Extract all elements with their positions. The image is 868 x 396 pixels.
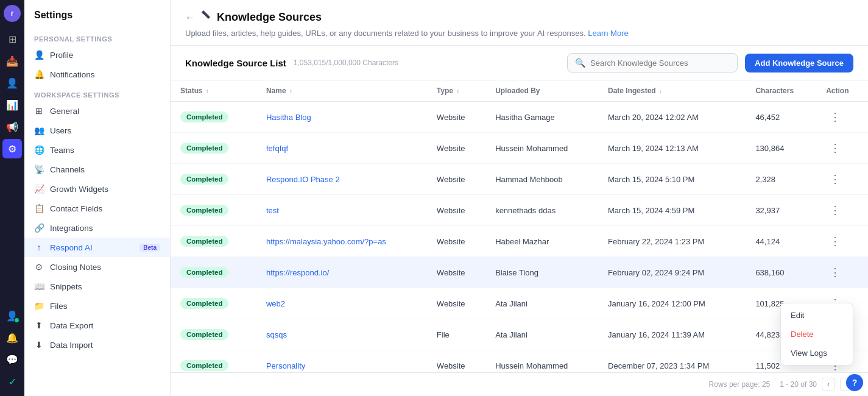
sidebar-item-notifications[interactable]: 🔔 Notifications <box>24 65 170 84</box>
sidebar-item-users-label: Users <box>50 126 71 135</box>
row-action-button[interactable]: ⋮ <box>826 109 844 125</box>
sidebar-item-teams[interactable]: 🌐 Teams <box>24 140 170 160</box>
cell-uploaded-by: Blaise Tiong <box>485 257 598 288</box>
cell-date-ingested: February 02, 2024 9:24 PM <box>598 257 746 288</box>
sidebar-item-general[interactable]: ⊞ General <box>24 101 170 121</box>
cell-name: sqsqs <box>256 319 427 350</box>
icon-inbox[interactable]: 📥 <box>2 51 22 71</box>
knowledge-source-link[interactable]: sqsqs <box>266 330 287 339</box>
icon-check[interactable]: ✓ <box>2 372 22 391</box>
col-characters: Characters <box>746 80 816 102</box>
sidebar-item-closing-notes[interactable]: ⊙ Closing Notes <box>24 257 170 277</box>
help-button[interactable]: ? <box>846 374 863 391</box>
cell-status: Completed <box>171 102 256 133</box>
col-type: Type ↕ <box>427 80 485 102</box>
knowledge-source-link[interactable]: Hasitha Blog <box>266 113 311 122</box>
row-action-button[interactable]: ⋮ <box>826 140 844 156</box>
knowledge-source-link[interactable]: https://malaysia.yahoo.com/?p=as <box>266 237 386 246</box>
sidebar-item-snippets[interactable]: 📖 Snippets <box>24 277 170 296</box>
icon-reports[interactable]: 📊 <box>2 95 22 115</box>
cell-date-ingested: January 16, 2024 12:00 PM <box>598 288 746 319</box>
icon-notifications-bell[interactable]: 🔔 <box>2 328 22 347</box>
knowledge-source-link[interactable]: fefqfqf <box>266 144 288 153</box>
list-title: Knowledge Source List <box>185 58 286 68</box>
cell-date-ingested: March 19, 2024 12:13 AM <box>598 133 746 164</box>
sort-status-icon[interactable]: ↕ <box>206 88 209 94</box>
table-row: Completed test Website kennethads ddas M… <box>171 195 868 226</box>
respond-ai-badge: Beta <box>139 244 160 252</box>
col-name: Name ↕ <box>256 80 427 102</box>
table-row: Completed sqsqs File Ata Jilani January … <box>171 319 868 350</box>
sidebar-item-channels-label: Channels <box>50 165 85 174</box>
learn-more-link[interactable]: Learn More <box>588 29 628 38</box>
sidebar-item-data-export[interactable]: ⬆ Data Export <box>24 316 170 335</box>
back-button[interactable]: ← <box>185 12 195 23</box>
cell-status: Completed <box>171 288 256 319</box>
row-action-button[interactable]: ⋮ <box>826 202 844 218</box>
status-badge: Completed <box>180 267 228 278</box>
row-action-button[interactable]: ⋮ <box>826 264 844 280</box>
sidebar-item-files[interactable]: 📁 Files <box>24 296 170 316</box>
sidebar-item-respond-ai[interactable]: ↑ Respond AI Beta <box>24 238 170 257</box>
sidebar-item-users[interactable]: 👥 Users <box>24 121 170 140</box>
search-box: 🔍 <box>567 53 738 72</box>
cell-status: Completed <box>171 195 256 226</box>
cell-uploaded-by: Hussein Mohammed <box>485 350 598 373</box>
knowledge-source-link[interactable]: https://respond.io/ <box>266 268 329 277</box>
context-menu-view-logs[interactable]: View Logs <box>781 344 853 362</box>
status-badge: Completed <box>180 329 228 340</box>
cell-action: ⋮ <box>816 164 868 195</box>
sort-date-icon[interactable]: ↓ <box>659 88 662 94</box>
context-menu-delete[interactable]: Delete <box>781 325 853 344</box>
contact-fields-icon: 📋 <box>34 203 44 213</box>
respond-ai-icon: ↑ <box>34 242 44 252</box>
add-knowledge-source-button[interactable]: Add Knowledge Source <box>745 54 853 72</box>
status-badge: Completed <box>180 298 228 309</box>
row-action-button[interactable]: ⋮ <box>826 233 844 249</box>
cell-name: Respond.IO Phase 2 <box>256 164 427 195</box>
table-row: Completed Personality Website Hussein Mo… <box>171 350 868 373</box>
sidebar-item-growth-label: Growth Widgets <box>50 185 108 194</box>
table-row: Completed web2 Website Ata Jilani Januar… <box>171 288 868 319</box>
sidebar-item-growth-widgets[interactable]: 📈 Growth Widgets <box>24 179 170 199</box>
knowledge-source-link[interactable]: web2 <box>266 299 285 308</box>
cell-type: Website <box>427 164 485 195</box>
sidebar-item-closing-notes-label: Closing Notes <box>50 263 101 272</box>
sidebar-item-teams-label: Teams <box>50 146 74 155</box>
avatar[interactable]: r <box>4 5 21 22</box>
cell-uploaded-by: Hasitha Gamage <box>485 102 598 133</box>
cell-type: Website <box>427 257 485 288</box>
cell-name: https://respond.io/ <box>256 257 427 288</box>
cell-uploaded-by: Ata Jilani <box>485 288 598 319</box>
icon-settings[interactable]: ⚙ <box>2 139 22 158</box>
knowledge-source-link[interactable]: Personality <box>266 361 305 370</box>
context-menu-edit[interactable]: Edit <box>781 306 853 325</box>
icon-chat[interactable]: 💬 <box>2 350 22 369</box>
knowledge-source-link[interactable]: test <box>266 206 279 215</box>
profile-icon: 👤 <box>34 50 44 60</box>
general-icon: ⊞ <box>34 106 44 116</box>
icon-dashboard[interactable]: ⊞ <box>2 29 22 49</box>
context-menu: Edit Delete View Logs <box>780 303 853 366</box>
page-title: Knowledge Sources <box>217 11 322 24</box>
prev-page-button[interactable]: ‹ <box>822 378 835 391</box>
cell-name: https://malaysia.yahoo.com/?p=as <box>256 226 427 257</box>
sort-type-icon[interactable]: ↕ <box>456 88 459 94</box>
knowledge-source-link[interactable]: Respond.IO Phase 2 <box>266 175 340 184</box>
icon-broadcast[interactable]: 📢 <box>2 117 22 136</box>
cell-type: Website <box>427 350 485 373</box>
channels-icon: 📡 <box>34 164 44 174</box>
icon-status[interactable]: 👤 <box>2 306 22 325</box>
sidebar: Settings Personal Settings 👤 Profile 🔔 N… <box>24 0 171 396</box>
sidebar-item-profile[interactable]: 👤 Profile <box>24 45 170 65</box>
search-input[interactable] <box>590 58 730 68</box>
sidebar-item-integrations[interactable]: 🔗 Integrations <box>24 218 170 238</box>
icon-contacts[interactable]: 👤 <box>2 73 22 93</box>
sidebar-item-data-import[interactable]: ⬇ Data Import <box>24 335 170 355</box>
sidebar-item-contact-fields[interactable]: 📋 Contact Fields <box>24 199 170 218</box>
sort-name-icon[interactable]: ↕ <box>289 88 292 94</box>
sidebar-item-channels[interactable]: 📡 Channels <box>24 160 170 179</box>
table-row: Completed https://respond.io/ Website Bl… <box>171 257 868 288</box>
page-header: ← Knowledge Sources Upload files, articl… <box>171 0 868 46</box>
row-action-button[interactable]: ⋮ <box>826 171 844 187</box>
